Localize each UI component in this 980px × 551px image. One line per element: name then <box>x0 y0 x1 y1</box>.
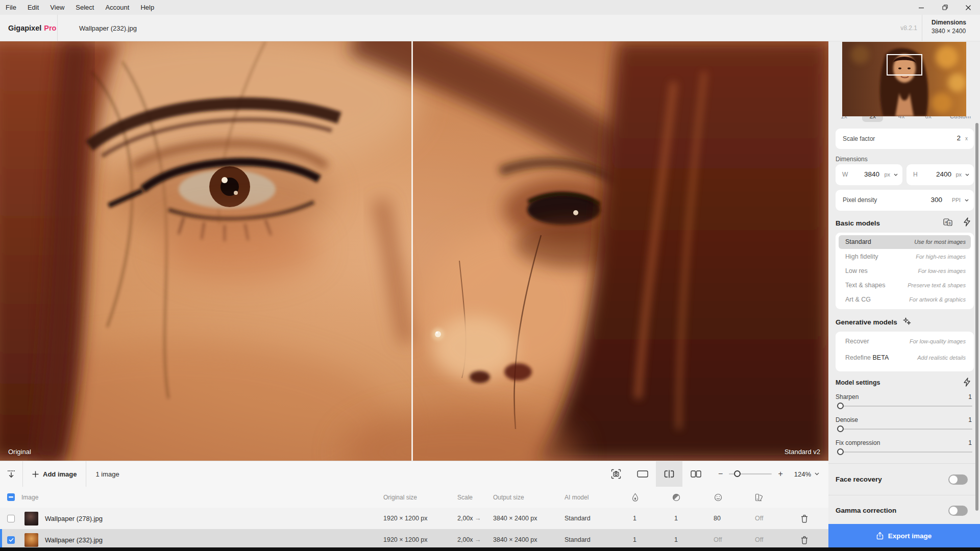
model-art-cg[interactable]: Art & CG For artwork & graphics <box>839 293 971 307</box>
app-title: Gigapixel Pro <box>8 15 56 41</box>
col-sharpen-icon[interactable] <box>631 487 639 508</box>
model-name: High fidelity <box>845 253 878 260</box>
fix-compression-value: 1 <box>968 439 972 446</box>
collapse-panel-button[interactable] <box>0 461 22 487</box>
row-delete-button[interactable] <box>800 508 808 529</box>
auto-bolt-icon[interactable] <box>963 217 971 227</box>
table-row-wallpaper-278[interactable]: Wallpaper (278).jpg 1920 × 1200 px 2,00x… <box>0 508 828 529</box>
model-high-fidelity[interactable]: High fidelity For high-res images <box>839 250 971 264</box>
scale-custom-button[interactable]: Custom <box>947 116 974 122</box>
col-scale[interactable]: Scale <box>457 487 473 508</box>
bottom-toolbar: Add image 1 image − + <box>0 461 828 487</box>
row-checkbox[interactable] <box>7 508 15 529</box>
row-gamma[interactable]: Off <box>755 508 763 529</box>
model-standard[interactable]: Standard Use for most images <box>839 235 971 249</box>
model-name: Low res <box>845 267 868 274</box>
gamma-correction-toggle[interactable] <box>948 506 968 516</box>
menu-edit[interactable]: Edit <box>22 0 44 15</box>
row-ai-model[interactable]: Standard <box>565 508 591 529</box>
zoom-in-button[interactable]: + <box>778 469 782 479</box>
model-recover[interactable]: Recover For low-quality images <box>839 335 971 348</box>
menu-account[interactable]: Account <box>100 0 135 15</box>
generative-models-title: Generative models <box>836 318 897 326</box>
fix-compression-slider[interactable] <box>837 452 972 453</box>
image-canvas[interactable]: Original Standard v2 <box>0 41 828 461</box>
chevron-down-icon[interactable] <box>894 173 898 176</box>
add-image-button[interactable]: Add image <box>23 461 86 487</box>
menu-select[interactable]: Select <box>70 0 100 15</box>
sharpen-slider-knob[interactable] <box>837 403 844 409</box>
smiley-icon <box>714 493 722 502</box>
scale-factor-card[interactable]: Scale factor 2 x <box>836 129 974 149</box>
row-original-size: 1920 × 1200 px <box>383 508 428 529</box>
row-denoise[interactable]: 1 <box>674 508 678 529</box>
zoom-slider[interactable] <box>729 470 772 478</box>
chevron-down-icon[interactable] <box>965 173 969 176</box>
menu-help[interactable]: Help <box>135 0 160 15</box>
zoom-slider-knob[interactable] <box>734 470 741 477</box>
menu-file[interactable]: File <box>0 0 22 15</box>
scale-1x-button[interactable]: 1x <box>836 116 852 122</box>
focus-view-button[interactable] <box>603 461 629 487</box>
row-thumbnail <box>24 508 38 529</box>
width-field[interactable]: W 3840 px <box>836 164 902 185</box>
model-low-res[interactable]: Low res For low-res images <box>839 264 971 278</box>
model-desc: For low-res images <box>918 268 966 274</box>
side-by-side-view-button[interactable] <box>682 461 709 487</box>
model-redefine[interactable]: Redefine BETA Add realistic details <box>839 351 971 365</box>
scale-factor-value[interactable]: 2 <box>957 134 961 142</box>
col-image[interactable]: Image <box>21 487 38 508</box>
check-icon <box>9 538 14 542</box>
scale-6x-button[interactable]: 6x <box>920 116 937 122</box>
single-view-button[interactable] <box>629 461 656 487</box>
sidebar-scrollbar[interactable] <box>975 123 978 511</box>
model-name: Redefine BETA <box>845 354 889 361</box>
pixel-density-field[interactable]: Pixel density 300 PPI <box>836 190 974 211</box>
pro-badge: Pro <box>44 24 56 32</box>
height-value[interactable]: 2400 <box>936 170 951 178</box>
divider <box>828 495 976 495</box>
pixel-density-value[interactable]: 300 <box>930 196 942 204</box>
zoom-level-select[interactable]: 124% <box>794 470 828 478</box>
denoise-slider-knob[interactable] <box>837 425 844 432</box>
col-denoise-icon[interactable] <box>672 487 680 508</box>
width-value[interactable]: 3840 <box>864 170 879 178</box>
auto-bolt-icon[interactable] <box>963 378 971 387</box>
face-recovery-toggle[interactable] <box>948 474 968 485</box>
chevron-down-icon[interactable] <box>965 199 969 202</box>
compare-ab-icon[interactable]: A B <box>943 218 953 227</box>
navigator-image <box>842 42 966 116</box>
col-gamma-icon[interactable] <box>755 487 764 508</box>
export-image-button[interactable]: Export image <box>828 524 980 547</box>
model-text-shapes[interactable]: Text & shapes Preserve text & shapes <box>839 279 971 292</box>
scale-4x-button[interactable]: 4x <box>893 116 910 122</box>
image-count: 1 image <box>86 461 128 487</box>
row-sharpen[interactable]: 1 <box>633 508 636 529</box>
row-scale[interactable]: 2,00x → <box>457 508 481 529</box>
row-face-recovery[interactable]: 80 <box>714 508 721 529</box>
split-view-button[interactable] <box>656 461 682 487</box>
height-field[interactable]: H 2400 px <box>906 164 974 185</box>
fix-compression-slider-knob[interactable] <box>837 448 844 455</box>
menu-view[interactable]: View <box>44 0 70 15</box>
focus-view-icon <box>611 469 621 479</box>
minimize-button[interactable] <box>910 0 933 15</box>
select-all-checkbox[interactable] <box>7 487 15 508</box>
file-tab-label: Wallpaper (232).jpg <box>79 24 137 32</box>
restore-button[interactable] <box>933 0 957 15</box>
dimensions-readout: Dimensions 3840 × 2400 <box>932 15 980 41</box>
model-name: Standard <box>845 238 871 245</box>
col-ai-model[interactable]: AI model <box>565 487 589 508</box>
zoom-out-button[interactable]: − <box>718 469 723 479</box>
settings-sidebar: 1x 2x 4x 6x Custom Scale factor 2 x Dime… <box>828 41 980 551</box>
collapse-panel-icon <box>7 470 15 479</box>
scale-2x-button[interactable]: 2x <box>862 116 883 122</box>
col-face-recovery-icon[interactable] <box>714 487 722 508</box>
navigator-thumbnail[interactable] <box>842 42 966 116</box>
col-original-size[interactable]: Original size <box>383 487 417 508</box>
close-button[interactable] <box>957 0 980 15</box>
sharpen-slider[interactable] <box>837 406 972 407</box>
denoise-slider[interactable] <box>837 429 972 430</box>
col-output-size[interactable]: Output size <box>493 487 524 508</box>
file-tab[interactable]: Wallpaper (232).jpg <box>64 15 152 41</box>
